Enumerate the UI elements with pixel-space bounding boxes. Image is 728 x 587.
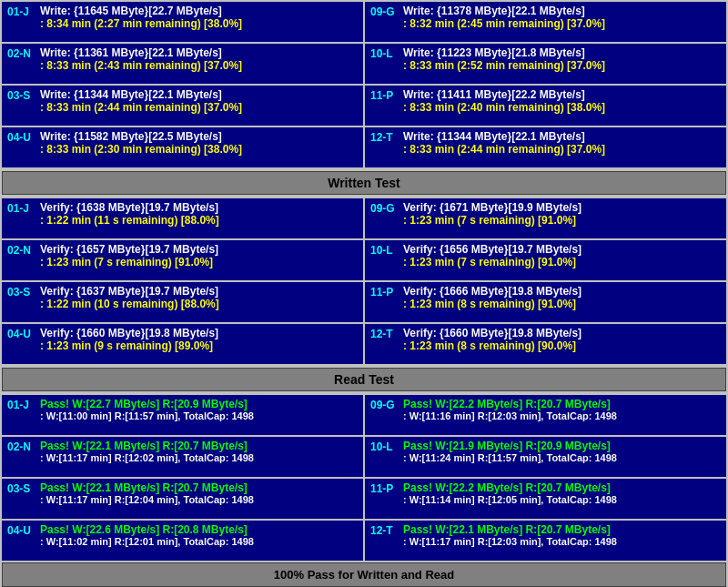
- cell-id: 02-N: [7, 244, 36, 257]
- cell-line2: : 1:23 min (7 s remaining) [91.0%]: [40, 256, 358, 268]
- cell-right: 12-TWrite: {11344 MByte}[22.1 MByte/s]: …: [365, 127, 726, 167]
- grid-row: 04-UWrite: {11582 MByte}[22.5 MByte/s]: …: [2, 127, 726, 167]
- cell-id: 01-J: [7, 399, 36, 411]
- cell-id: 04-U: [7, 131, 36, 144]
- cell-line2: : 1:23 min (8 s remaining) [90.0%]: [403, 339, 721, 352]
- cell-line2: : 8:33 min (2:44 min remaining) [37.0%]: [403, 143, 721, 156]
- grid-row: 03-SVerify: {1637 MByte}[19.7 MByte/s]: …: [2, 282, 726, 322]
- cell-line1: Verify: {1666 MByte}[19.8 MByte/s]: [403, 285, 721, 298]
- cell-line2: : W:[11:17 min] R:[12:04 min], TotalCap:…: [40, 494, 358, 505]
- cell-line1: Write: {11361 MByte}[22.1 MByte/s]: [40, 46, 358, 59]
- cell-left: 03-SWrite: {11344 MByte}[22.1 MByte/s]: …: [2, 86, 363, 126]
- cell-right: 12-TVerify: {1660 MByte}[19.8 MByte/s]: …: [365, 324, 726, 364]
- cell-right: 10-LPass! W:[21.9 MByte/s] R:[20.9 MByte…: [365, 437, 726, 477]
- verify-rows: 01-JVerify: {1638 MByte}[19.7 MByte/s]: …: [2, 198, 726, 364]
- cell-line1: Verify: {1656 MByte}[19.7 MByte/s]: [403, 243, 721, 256]
- cell-right: 09-GPass! W:[22.2 MByte/s] R:[20.7 MByte…: [365, 395, 726, 435]
- cell-line2: : W:[11:17 min] R:[12:02 min], TotalCap:…: [40, 452, 358, 463]
- cell-line1: Verify: {1671 MByte}[19.9 MByte/s]: [403, 201, 721, 214]
- cell-line1: Pass! W:[22.2 MByte/s] R:[20.7 MByte/s]: [403, 398, 721, 410]
- cell-id: 11-P: [370, 89, 399, 102]
- cell-line2: : 8:33 min (2:44 min remaining) [37.0%]: [40, 101, 358, 114]
- cell-line2: : 8:34 min (2:27 min remaining) [38.0%]: [40, 17, 358, 30]
- cell-left: 03-SPass! W:[22.1 MByte/s] R:[20.7 MByte…: [2, 479, 363, 519]
- cell-line1: Pass! W:[22.2 MByte/s] R:[20.7 MByte/s]: [403, 481, 721, 494]
- footer: 100% Pass for Written and Read: [2, 562, 726, 587]
- cell-line1: Write: {11645 MByte}[22.7 MByte/s]: [40, 5, 358, 17]
- cell-line2: : 8:33 min (2:52 min remaining) [37.0%]: [403, 59, 721, 72]
- cell-line1: Pass! W:[21.9 MByte/s] R:[20.9 MByte/s]: [403, 440, 721, 452]
- write-rows: 01-JWrite: {11645 MByte}[22.7 MByte/s]: …: [2, 2, 726, 167]
- cell-id: 10-L: [370, 244, 399, 257]
- cell-id: 03-S: [7, 482, 36, 495]
- grid-row: 04-UVerify: {1660 MByte}[19.8 MByte/s]: …: [2, 324, 726, 364]
- cell-line2: : 1:23 min (9 s remaining) [89.0%]: [40, 339, 358, 352]
- cell-id: 04-U: [7, 524, 36, 537]
- cell-line2: : 1:22 min (10 s remaining) [88.0%]: [40, 298, 358, 310]
- cell-left: 01-JWrite: {11645 MByte}[22.7 MByte/s]: …: [2, 2, 363, 42]
- cell-line2: : 1:23 min (7 s remaining) [91.0%]: [403, 256, 721, 268]
- cell-line1: Write: {11223 MByte}[21.8 MByte/s]: [403, 46, 721, 59]
- cell-line2: : W:[11:14 min] R:[12:05 min], TotalCap:…: [403, 494, 721, 505]
- cell-id: 01-J: [7, 5, 36, 18]
- cell-line2: : 8:32 min (2:45 min remaining) [37.0%]: [403, 17, 721, 30]
- cell-id: 10-L: [370, 440, 399, 453]
- cell-line2: : 1:23 min (7 s remaining) [91.0%]: [403, 214, 721, 227]
- cell-id: 12-T: [370, 328, 399, 340]
- main-container: 01-JWrite: {11645 MByte}[22.7 MByte/s]: …: [0, 0, 728, 587]
- cell-left: 02-NWrite: {11361 MByte}[22.1 MByte/s]: …: [2, 44, 363, 84]
- cell-id: 03-S: [7, 286, 36, 299]
- write-section: 01-JWrite: {11645 MByte}[22.7 MByte/s]: …: [2, 2, 726, 195]
- cell-line1: Verify: {1637 MByte}[19.7 MByte/s]: [40, 285, 358, 298]
- cell-left: 01-JPass! W:[22.7 MByte/s] R:[20.9 MByte…: [2, 395, 363, 435]
- cell-id: 09-G: [370, 202, 399, 215]
- cell-id: 11-P: [370, 286, 399, 299]
- cell-line2: : W:[11:00 min] R:[11:57 min], TotalCap:…: [40, 410, 358, 421]
- cell-line1: Pass! W:[22.6 MByte/s] R:[20.8 MByte/s]: [40, 523, 358, 536]
- grid-row: 02-NVerify: {1657 MByte}[19.7 MByte/s]: …: [2, 240, 726, 280]
- cell-right: 09-GWrite: {11378 MByte}[22.1 MByte/s]: …: [365, 2, 726, 42]
- cell-line1: Write: {11582 MByte}[22.5 MByte/s]: [40, 130, 358, 143]
- cell-id: 09-G: [370, 5, 399, 18]
- cell-line1: Write: {11411 MByte}[22.2 MByte/s]: [403, 88, 721, 101]
- cell-line1: Pass! W:[22.1 MByte/s] R:[20.7 MByte/s]: [403, 523, 721, 536]
- cell-line1: Pass! W:[22.7 MByte/s] R:[20.9 MByte/s]: [40, 398, 358, 410]
- cell-id: 09-G: [370, 399, 399, 411]
- cell-line2: : 8:33 min (2:43 min remaining) [37.0%]: [40, 59, 358, 72]
- cell-left: 02-NPass! W:[22.1 MByte/s] R:[20.7 MByte…: [2, 437, 363, 477]
- cell-line1: Write: {11344 MByte}[22.1 MByte/s]: [403, 130, 721, 143]
- cell-line1: Verify: {1657 MByte}[19.7 MByte/s]: [40, 243, 358, 256]
- verify-section: 01-JVerify: {1638 MByte}[19.7 MByte/s]: …: [2, 198, 726, 391]
- read-test-label: Read Test: [2, 368, 726, 391]
- grid-row: 01-JVerify: {1638 MByte}[19.7 MByte/s]: …: [2, 198, 726, 238]
- cell-line2: : W:[11:17 min] R:[12:03 min], TotalCap:…: [403, 536, 721, 547]
- cell-right: 09-GVerify: {1671 MByte}[19.9 MByte/s]: …: [365, 198, 726, 238]
- cell-line1: Pass! W:[22.1 MByte/s] R:[20.7 MByte/s]: [40, 481, 358, 494]
- grid-row: 03-SWrite: {11344 MByte}[22.1 MByte/s]: …: [2, 86, 726, 126]
- cell-id: 12-T: [370, 131, 399, 144]
- cell-left: 02-NVerify: {1657 MByte}[19.7 MByte/s]: …: [2, 240, 363, 280]
- cell-line1: Verify: {1660 MByte}[19.8 MByte/s]: [403, 327, 721, 339]
- grid-row: 02-NWrite: {11361 MByte}[22.1 MByte/s]: …: [2, 44, 726, 84]
- cell-left: 04-UVerify: {1660 MByte}[19.8 MByte/s]: …: [2, 324, 363, 364]
- cell-id: 10-L: [370, 47, 399, 60]
- cell-line2: : 8:33 min (2:40 min remaining) [38.0%]: [403, 101, 721, 114]
- cell-id: 02-N: [7, 47, 36, 60]
- cell-left: 01-JVerify: {1638 MByte}[19.7 MByte/s]: …: [2, 198, 363, 238]
- cell-right: 11-PVerify: {1666 MByte}[19.8 MByte/s]: …: [365, 282, 726, 322]
- cell-id: 03-S: [7, 89, 36, 102]
- grid-row: 01-JWrite: {11645 MByte}[22.7 MByte/s]: …: [2, 2, 726, 42]
- cell-right: 10-LVerify: {1656 MByte}[19.7 MByte/s]: …: [365, 240, 726, 280]
- grid-row: 01-JPass! W:[22.7 MByte/s] R:[20.9 MByte…: [2, 395, 726, 435]
- cell-line1: Write: {11378 MByte}[22.1 MByte/s]: [403, 5, 721, 17]
- pass-rows: 01-JPass! W:[22.7 MByte/s] R:[20.9 MByte…: [2, 395, 726, 561]
- cell-left: 03-SVerify: {1637 MByte}[19.7 MByte/s]: …: [2, 282, 363, 322]
- cell-line2: : W:[11:24 min] R:[11:57 min], TotalCap:…: [403, 452, 721, 463]
- cell-line1: Write: {11344 MByte}[22.1 MByte/s]: [40, 88, 358, 101]
- cell-left: 04-UWrite: {11582 MByte}[22.5 MByte/s]: …: [2, 127, 363, 167]
- grid-row: 02-NPass! W:[22.1 MByte/s] R:[20.7 MByte…: [2, 437, 726, 477]
- cell-right: 10-LWrite: {11223 MByte}[21.8 MByte/s]: …: [365, 44, 726, 84]
- grid-row: 04-UPass! W:[22.6 MByte/s] R:[20.8 MByte…: [2, 521, 726, 561]
- cell-line2: : 1:22 min (11 s remaining) [88.0%]: [40, 214, 358, 227]
- pass-section: 01-JPass! W:[22.7 MByte/s] R:[20.9 MByte…: [2, 395, 726, 561]
